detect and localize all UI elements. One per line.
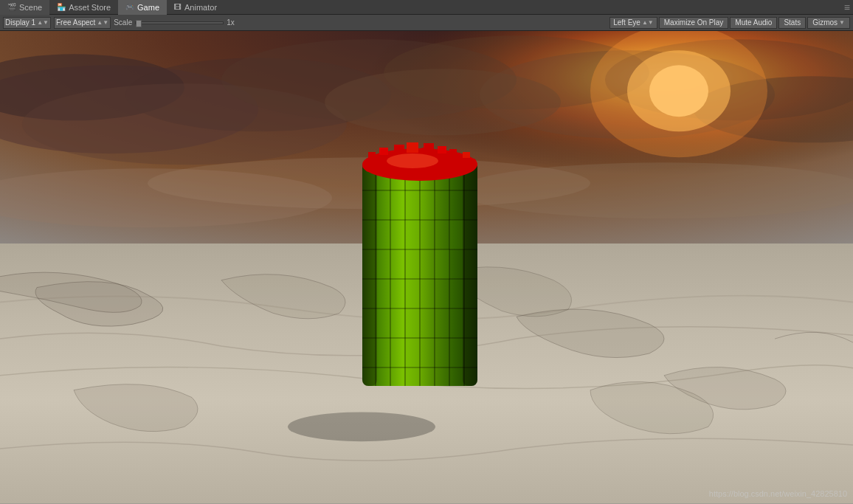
svg-point-14 [457,162,853,218]
aspect-select[interactable]: Free Aspect ▲▼ [54,17,111,29]
tab-animator-label: Animator [184,3,217,12]
gizmos-label: Gizmos [812,18,838,27]
toolbar-right: Left Eye ▲▼ Maximize On Play Mute Audio … [609,17,850,29]
scale-value: 1x [227,18,235,27]
stats-label: Stats [784,18,801,27]
svg-rect-37 [405,220,420,249]
tab-animator[interactable]: 🎞 Animator [167,0,224,15]
svg-rect-49 [449,149,457,155]
svg-rect-42 [463,161,477,386]
scale-slider[interactable] [135,21,224,24]
viewport: https://blog.csdn.net/weixin_42825810 [0,31,853,504]
tab-asset-store[interactable]: 🏪 Asset Store [49,0,118,15]
stats-button[interactable]: Stats [778,17,806,29]
svg-rect-39 [435,249,449,279]
scale-container: Scale 1x [114,18,235,27]
left-eye-arrow-icon: ▲▼ [642,19,654,26]
svg-rect-51 [368,152,376,158]
left-eye-label: Left Eye [613,18,640,27]
scene-icon: 🎬 [7,3,16,11]
svg-point-52 [387,153,438,168]
gizmos-arrow-icon: ▼ [839,19,845,26]
svg-rect-44 [379,148,388,155]
toolbar: Display 1 ▲▼ Free Aspect ▲▼ Scale 1x Lef… [0,15,853,31]
scale-label: Scale [114,18,132,27]
mute-audio-button[interactable]: Mute Audio [730,17,777,29]
game-icon: 🎮 [125,3,134,11]
mute-audio-label: Mute Audio [735,18,772,27]
svg-rect-36 [390,190,405,220]
tab-scene[interactable]: 🎬 Scene [0,0,49,15]
tab-more-button[interactable]: ≡ [844,1,853,13]
svg-rect-46 [407,142,418,153]
maximize-on-play-label: Maximize On Play [664,18,724,27]
aspect-arrow-icon: ▲▼ [97,19,108,26]
svg-point-19 [288,412,435,442]
display-select[interactable]: Display 1 ▲▼ [3,17,51,29]
svg-rect-38 [420,190,435,220]
gizmos-select[interactable]: Gizmos ▼ [807,17,850,29]
svg-rect-40 [449,220,464,249]
tab-more-icon: ≡ [844,1,850,13]
tab-game[interactable]: 🎮 Game [118,0,167,15]
asset-store-icon: 🏪 [57,3,66,11]
tab-scene-label: Scene [19,3,42,12]
display-label: Display 1 [5,18,35,27]
maximize-on-play-button[interactable]: Maximize On Play [659,17,729,29]
svg-rect-48 [438,146,446,153]
cylinder-object [353,161,486,390]
tab-game-label: Game [137,3,159,12]
aspect-label: Free Aspect [56,18,95,27]
svg-rect-47 [424,143,434,152]
left-eye-select[interactable]: Left Eye ▲▼ [609,17,657,29]
display-arrow-icon: ▲▼ [37,19,49,26]
cylinder-body-svg [353,139,486,390]
animator-icon: 🎞 [174,3,182,11]
svg-rect-45 [394,145,404,153]
svg-rect-41 [362,161,377,386]
svg-rect-50 [463,152,470,158]
tab-asset-store-label: Asset Store [69,3,111,12]
tab-bar: 🎬 Scene 🏪 Asset Store 🎮 Game 🎞 Animator … [0,0,853,15]
scale-thumb[interactable] [136,20,142,27]
